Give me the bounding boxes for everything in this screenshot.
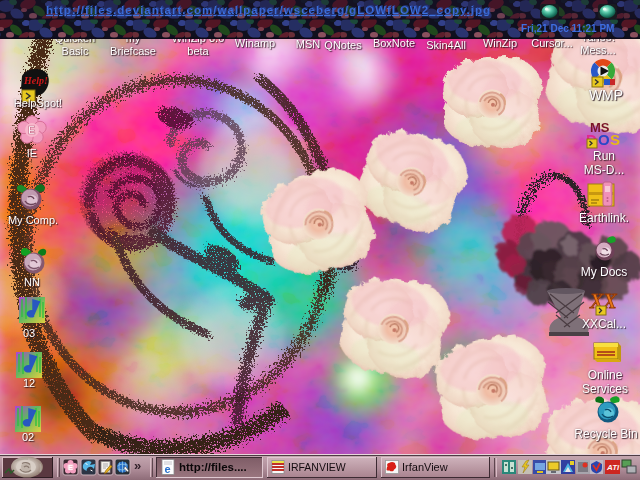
- svg-text:IRFANVIEW: IRFANVIEW: [288, 461, 346, 473]
- svg-text:ATi: ATi: [606, 463, 620, 472]
- svg-text:Help!: Help!: [23, 75, 48, 86]
- svg-text:Fri,21 Dec 11:21 PM: Fri,21 Dec 11:21 PM: [521, 23, 614, 34]
- svg-text:http://files....: http://files....: [179, 461, 247, 473]
- svg-text:E: E: [68, 463, 73, 472]
- svg-text:http://files.deviantart.com/wa: http://files.deviantart.com/wallpaper/ws…: [47, 3, 491, 15]
- svg-text:O: O: [598, 131, 610, 148]
- svg-text:E: E: [28, 124, 35, 136]
- svg-text:»: »: [134, 458, 141, 473]
- svg-text:IrfanView: IrfanView: [402, 461, 448, 473]
- svg-text:e: e: [164, 463, 170, 475]
- svg-text:S: S: [610, 131, 620, 148]
